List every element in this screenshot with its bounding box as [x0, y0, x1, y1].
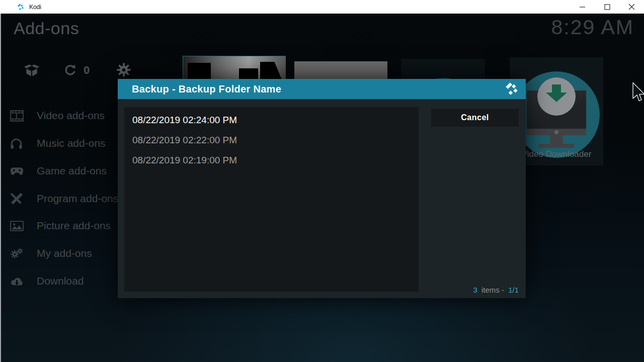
dialog-footer: 3 items - 1/1 — [471, 286, 519, 294]
refresh-button[interactable] — [63, 63, 77, 77]
backup-list-item[interactable]: 08/22/2019 02:22:00 PM — [124, 130, 419, 150]
sidebar-item-download[interactable]: Download — [10, 274, 84, 289]
clock: 8:29 AM — [551, 16, 634, 39]
gear-icon — [116, 62, 131, 77]
download-arrow-icon — [546, 93, 567, 102]
sidebar-label: Picture add-ons — [37, 220, 111, 232]
sidebar-item-picture-addons[interactable]: Picture add-ons — [10, 218, 111, 233]
gears-icon — [10, 247, 24, 260]
window-titlebar: Kodi — [0, 0, 644, 14]
sidebar-label: Game add-ons — [37, 165, 107, 177]
item-count-label: items - — [481, 286, 504, 294]
dialog-title: Backup - Backup Folder Name — [132, 83, 281, 95]
sidebar-label: Video add-ons — [37, 110, 105, 122]
kodi-app-icon — [17, 3, 25, 11]
minimize-button[interactable] — [570, 0, 595, 14]
cancel-button[interactable]: Cancel — [431, 109, 519, 127]
sidebar-label: My add-ons — [37, 247, 92, 259]
open-box-icon — [24, 63, 39, 77]
backup-list-item[interactable]: 08/22/2019 02:24:00 PM — [124, 110, 419, 130]
tools-icon — [10, 192, 24, 205]
update-count: 0 — [84, 64, 90, 77]
headphones-icon — [10, 137, 24, 150]
dialog-header: Backup - Backup Folder Name — [118, 79, 526, 99]
page-indicator: 1/1 — [508, 286, 519, 294]
sidebar-item-program-addons[interactable]: Program add-ons — [10, 191, 118, 206]
backup-folder-dialog: Backup - Backup Folder Name 08/22/2019 0… — [118, 79, 526, 298]
sidebar-item-music-addons[interactable]: Music add-ons — [10, 136, 106, 151]
maximize-button[interactable] — [595, 0, 619, 14]
sidebar-item-my-addons[interactable]: My add-ons — [10, 246, 92, 261]
kodi-logo-icon — [504, 81, 519, 97]
close-icon — [628, 4, 635, 10]
window-title: Kodi — [29, 4, 41, 11]
addon-browser-button[interactable] — [24, 63, 39, 77]
film-icon — [10, 109, 24, 122]
close-button[interactable] — [619, 0, 644, 14]
download-arrow-icon — [552, 84, 561, 93]
monitor-icon — [550, 135, 563, 144]
maximize-icon — [604, 4, 610, 10]
page-title: Add-ons — [14, 19, 79, 38]
refresh-icon — [63, 63, 77, 77]
item-count: 3 — [473, 286, 477, 294]
window-controls — [570, 0, 644, 14]
mouse-cursor — [632, 82, 644, 104]
backup-list-item[interactable]: 08/22/2019 02:19:00 PM — [124, 150, 419, 170]
minimize-icon — [580, 4, 586, 10]
left-edge-line — [0, 14, 1, 362]
picture-icon — [10, 219, 24, 232]
cloud-download-icon — [10, 275, 24, 288]
main-content: Add-ons 8:29 AM 0 — [0, 14, 644, 362]
sidebar-label: Download — [37, 275, 84, 287]
sidebar-label: Program add-ons — [37, 193, 118, 205]
gamepad-icon — [10, 164, 24, 177]
sidebar-label: Music add-ons — [37, 137, 106, 149]
monitor-icon — [554, 130, 558, 134]
monitor-icon — [539, 144, 574, 148]
backup-list: 08/22/2019 02:24:00 PM 08/22/2019 02:22:… — [124, 107, 419, 292]
sidebar-item-video-addons[interactable]: Video add-ons — [10, 108, 105, 123]
sidebar-item-game-addons[interactable]: Game add-ons — [10, 163, 107, 178]
settings-button[interactable] — [116, 62, 131, 77]
kodi-window: Kodi Add-ons 8:29 AM — [0, 0, 644, 362]
